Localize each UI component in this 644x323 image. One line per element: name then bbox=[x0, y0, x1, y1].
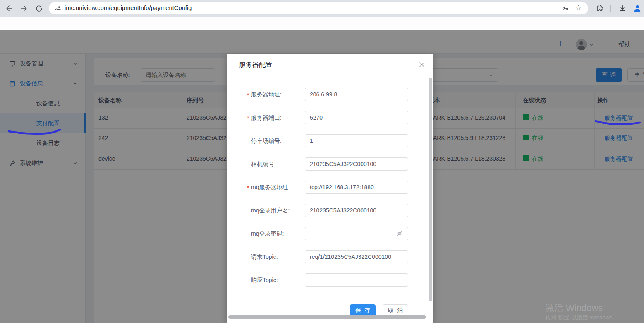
form-field-server-port: * 服务器端口: bbox=[227, 111, 433, 124]
field-label: 请求Topic: bbox=[251, 253, 278, 261]
request-topic-input[interactable] bbox=[305, 250, 408, 263]
profile-avatar-icon bbox=[633, 4, 642, 13]
modal-title: 服务器配置 bbox=[239, 61, 272, 70]
reload-button[interactable] bbox=[34, 3, 44, 13]
server-address-input[interactable] bbox=[305, 88, 408, 101]
downloads-button[interactable] bbox=[618, 4, 627, 12]
form-field-parking-lot: 停车场编号: bbox=[227, 134, 433, 147]
field-label: mq登录密码: bbox=[251, 230, 284, 238]
forward-icon bbox=[20, 4, 28, 12]
required-mark: * bbox=[247, 92, 249, 98]
star-icon: ☆ bbox=[575, 3, 582, 12]
field-label: 相机编号: bbox=[251, 161, 276, 168]
mq-username-input[interactable] bbox=[305, 204, 408, 217]
back-button[interactable] bbox=[4, 3, 14, 13]
form-field-camera-id: 相机编号: bbox=[227, 157, 433, 171]
forward-button[interactable] bbox=[19, 3, 29, 13]
screen: imc.uniview.com/equipmentInfo/paymentCon… bbox=[0, 0, 644, 323]
reload-icon bbox=[35, 5, 43, 12]
url-text[interactable]: imc.uniview.com/equipmentInfo/paymentCon… bbox=[65, 5, 192, 11]
response-topic-input[interactable] bbox=[305, 273, 408, 287]
download-icon bbox=[618, 4, 627, 12]
server-config-modal: 服务器配置 * 服务器地址: * 服务器端口: 停车场编号: 相机编号: * m… bbox=[227, 54, 433, 323]
form-field-server-address: * 服务器地址: bbox=[227, 88, 433, 101]
modal-footer-divider bbox=[227, 297, 433, 297]
field-label: 停车场编号: bbox=[251, 137, 282, 145]
form-field-request-topic: 请求Topic: bbox=[227, 250, 433, 263]
field-label: mq登录用户名: bbox=[251, 207, 290, 215]
modal-horizontal-scrollbar[interactable] bbox=[228, 315, 426, 319]
back-icon bbox=[5, 4, 13, 12]
required-mark: * bbox=[247, 184, 249, 191]
mq-password-input[interactable] bbox=[305, 227, 408, 240]
bookmarks-bar: C 前端安全配置之Co... 登录 - 智慧停车云... I 时间戳转换工具 所… bbox=[0, 17, 644, 30]
field-label: 服务器地址: bbox=[251, 91, 282, 99]
form-field-mq-username: mq登录用户名: bbox=[227, 204, 433, 217]
site-info-icon[interactable] bbox=[55, 5, 61, 12]
field-label: 服务器端口: bbox=[251, 114, 282, 122]
mq-address-input[interactable] bbox=[305, 181, 408, 194]
form-field-response-topic: 响应Topic: bbox=[227, 273, 433, 287]
password-key-button[interactable] bbox=[561, 5, 570, 12]
save-button-label: 保存 bbox=[352, 307, 373, 314]
close-icon[interactable] bbox=[418, 60, 426, 69]
eye-off-icon[interactable] bbox=[396, 230, 403, 237]
modal-header-divider bbox=[227, 77, 433, 77]
camera-id-input[interactable] bbox=[305, 157, 408, 171]
field-label: 响应Topic: bbox=[251, 277, 278, 284]
extensions-button[interactable] bbox=[596, 4, 604, 12]
form-field-mq-password: mq登录密码: bbox=[227, 227, 433, 240]
address-bar[interactable]: imc.uniview.com/equipmentInfo/paymentCon… bbox=[49, 2, 588, 14]
required-mark: * bbox=[247, 115, 249, 121]
parking-lot-input[interactable] bbox=[305, 134, 408, 147]
extensions-puzzle-icon bbox=[596, 4, 604, 12]
bookmark-star-button[interactable]: ☆ bbox=[575, 3, 582, 12]
cancel-button-label: 取消 bbox=[385, 307, 406, 314]
modal-vertical-scrollbar[interactable] bbox=[429, 78, 432, 301]
browser-profile-button[interactable] bbox=[633, 4, 642, 13]
field-label: mq服务器地址 bbox=[251, 184, 288, 191]
browser-toolbar: imc.uniview.com/equipmentInfo/paymentCon… bbox=[0, 0, 644, 17]
form-field-mq-address: * mq服务器地址 bbox=[227, 181, 433, 194]
server-port-input[interactable] bbox=[305, 111, 408, 124]
toolbar-divider bbox=[610, 5, 611, 12]
key-icon bbox=[561, 5, 570, 12]
